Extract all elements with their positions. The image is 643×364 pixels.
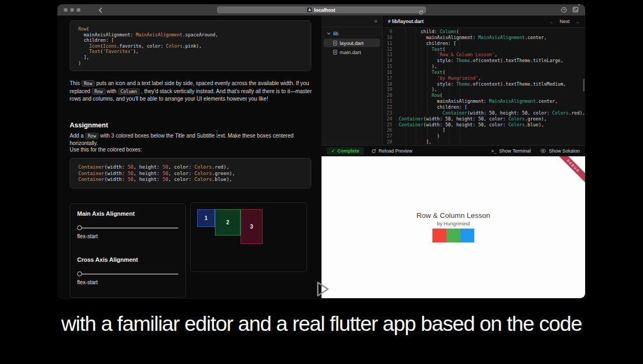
cross-axis-label: Cross Axis Alignment [77,256,138,263]
line-number: 15 [383,64,399,70]
line-number: 18 [383,81,399,87]
file-tree: « lib layout.dartmain.dart [322,16,383,145]
line-number: 12 [383,47,399,52]
cross-axis-slider[interactable] [77,271,178,277]
code-line: Text('Favorites'), [78,49,303,55]
line-number: 28 [383,139,399,145]
layout-demo-panel: 123 [190,202,307,272]
prev-lesson-button[interactable]: ← [549,19,555,25]
code-line: ], [78,55,303,60]
zoom-window-button[interactable] [77,8,80,12]
preview-box-1 [446,229,460,242]
file-icon [333,41,337,46]
video-frame: A localhost Row( mainAxisAlignment: Main… [0,0,643,364]
code-line: 16 Text( [383,70,585,75]
terminal-icon: >_ [491,149,497,154]
preview-content: Row & Column Lesson by Hungrimind [322,211,585,242]
lesson-pane: Row( mainAxisAlignment: MainAxisAlignmen… [57,16,322,298]
line-number: 13 [383,52,399,58]
use-this-label: Use this for the colored boxes: [70,147,142,153]
chevron-left-icon [99,7,102,13]
code-line: 25Container(width: 50, height: 50, color… [383,122,585,128]
code-line: 20 Row( [383,93,585,98]
url-text: localhost [314,7,335,13]
slider-track [77,228,178,229]
editor-code-area[interactable]: 9 child: Column(10 mainAxisAlignment: Ma… [383,28,585,145]
app-preview: DEBUG Row & Column Lesson by Hungrimind [322,156,585,298]
chrome-right-icons [561,5,579,15]
reload-preview-button[interactable]: Reload Preview [371,148,413,154]
close-window-button[interactable] [64,8,68,12]
code-line: mainAxisAlignment: MainAxisAlignment.spa… [78,32,303,38]
slider-thumb[interactable] [77,225,82,230]
show-solution-button[interactable]: Show Solution [540,148,580,154]
slider-thumb[interactable] [77,271,82,276]
tab-layout-dart[interactable]: # lib/layout.dart [388,19,424,24]
share-icon [572,6,579,13]
code-line: Container(width: 50, height: 50, color: … [78,164,303,171]
extension-button[interactable] [572,5,579,15]
line-number: 25 [383,122,399,128]
site-badge-icon: A [307,7,312,12]
code-line: 23 Container(width: 50, height: 50, colo… [383,110,585,116]
line-number: 19 [383,87,399,93]
line-number: 14 [383,58,399,64]
code-line: 18 style: Theme.of(context).textTheme.ti… [383,81,585,87]
history-clock-icon[interactable] [561,7,567,13]
code-editor: # lib/layout.dart ← Next → 9 child: Colu… [383,16,585,145]
collapse-sidebar-icon[interactable]: « [374,18,377,24]
code-line: 24Container(width: 50, height: 50, color… [383,116,585,122]
traffic-light-buttons [64,8,80,12]
code-line: 11 children: [ [383,41,585,47]
code-line: Row( [78,26,303,32]
slider-track [77,274,178,275]
ide-pane: « lib layout.dartmain.dart # lib/layout.… [322,16,585,298]
file-name: layout.dart [340,40,363,46]
line-number: 27 [383,133,399,139]
lesson-nav: ← Next → [549,19,580,25]
demo-box-1: 1 [197,209,215,227]
main-axis-label: Main Axis Alignment [77,210,134,217]
line-number: 22 [383,104,399,110]
show-terminal-button[interactable]: >_ Show Terminal [491,148,531,154]
folder-item-lib[interactable]: lib [322,27,382,38]
video-caption: with a familiar editor and a real flutte… [0,312,643,336]
code-line: 27 ) [383,133,585,139]
refresh-icon [371,149,376,154]
complete-status-badge: ✓ Complete [327,147,364,155]
inline-code-chip: Row [92,88,105,95]
code-line: Container(width: 50, height: 50, color: … [78,177,303,183]
code-line: 28 ], [383,139,585,145]
main-axis-slider[interactable] [77,225,178,231]
minimize-window-button[interactable] [70,8,74,12]
file-item-main.dart[interactable]: main.dart [324,48,380,56]
main-axis-value: flex-start [77,233,98,239]
arrow-right-icon: → [574,19,580,25]
browser-back-button[interactable] [99,7,102,13]
code-line: 26 ] [383,127,585,133]
notification-dot [578,4,580,5]
inline-code-chip: Row [85,133,99,139]
browser-window: A localhost Row( mainAxisAlignment: Main… [57,4,585,298]
editor-toolbar: ✓ Complete Reload Preview >_ Show Termin… [322,145,585,156]
demo-box-2: 2 [215,209,241,236]
line-number: 23 [383,110,399,116]
debug-ribbon: DEBUG [554,156,585,186]
file-item-layout.dart[interactable]: layout.dart [324,39,380,47]
line-number: 21 [383,98,399,104]
address-bar[interactable]: A localhost [217,6,426,13]
line-number: 9 [383,29,399,35]
code-line: 14 style: Theme.of(context).textTheme.ti… [383,58,585,64]
line-number: 16 [383,70,399,75]
play-button-icon[interactable] [315,280,331,298]
browser-chrome: A localhost [57,4,585,16]
file-tree-header: « [322,16,382,27]
code-line: 17 'by Hungrimind', [383,75,585,81]
preview-subtitle: by Hungrimind [322,221,585,226]
editor-scrollbar-thumb[interactable] [583,79,585,92]
preview-box-0 [432,229,446,242]
next-lesson-button[interactable]: Next [559,19,570,24]
reload-icon [418,10,423,15]
preview-color-row [322,229,585,242]
code-line: 15 ), [383,64,585,70]
